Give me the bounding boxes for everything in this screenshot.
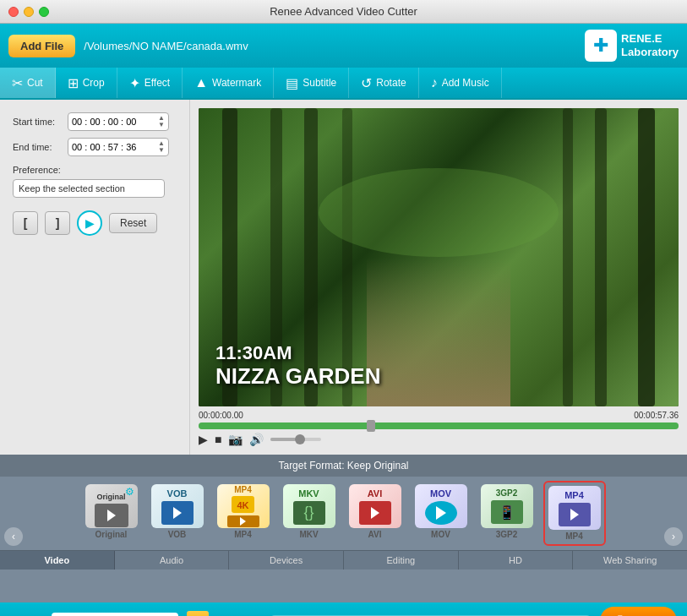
start-time-field[interactable] (72, 117, 156, 127)
cat-web-sharing-label: Web Sharing (603, 555, 657, 565)
logo-text: RENE.E Laboratory (621, 32, 679, 58)
player-volume-button[interactable]: 🔊 (249, 433, 264, 446)
preference-label: Preference: (13, 165, 177, 175)
file-path: /Volumes/NO NAME/canada.wmv (84, 40, 576, 52)
player-play-button[interactable]: ▶ (199, 433, 208, 446)
start-time-label: Start time: (13, 117, 68, 127)
header: Add File /Volumes/NO NAME/canada.wmv ✚ R… (0, 24, 687, 68)
scroll-right-button[interactable]: › (664, 527, 683, 546)
add-file-button[interactable]: Add File (8, 35, 75, 57)
format-scroll-wrapper: ‹ ⚙ Original Original (0, 477, 687, 550)
format-vob[interactable]: VOB VOB (148, 481, 207, 546)
format-avi[interactable]: AVI AVI (346, 481, 405, 546)
end-time-field[interactable] (72, 142, 156, 152)
cat-tab-editing[interactable]: Editing (344, 551, 459, 570)
tab-subtitle[interactable]: ▤ Subtitle (274, 68, 349, 98)
cat-devices-label: Devices (270, 555, 303, 565)
end-time-input[interactable]: ▲ ▼ (68, 138, 169, 156)
format-mp4-4k[interactable]: MP4 4K MP4 (214, 481, 273, 546)
cat-video-label: Video (44, 555, 69, 565)
tab-rotate[interactable]: ↺ Rotate (349, 68, 418, 98)
format-mkv-label: MKV (299, 530, 318, 539)
logo: ✚ RENE.E Laboratory (585, 30, 679, 62)
title-bar: Renee Advanced Video Cutter (0, 0, 687, 24)
format-avi-icon: AVI (349, 484, 401, 528)
format-mov-label: MOV (431, 530, 450, 539)
format-mp4sel-label: MP4 (565, 532, 583, 541)
cat-tab-audio[interactable]: Audio (115, 551, 230, 570)
format-mp4-selected[interactable]: MP4 MP4 (543, 481, 606, 546)
end-time-down[interactable]: ▼ (158, 147, 165, 154)
format-items: ⚙ Original Original VOB (30, 481, 657, 546)
logo-icon: ✚ (585, 30, 617, 62)
preference-dropdown[interactable]: Keep the selected section Remove the sel… (19, 183, 150, 194)
timeline-fill (199, 422, 679, 429)
bracket-start-button[interactable]: [ (13, 211, 38, 235)
format-original-icon: ⚙ Original (85, 484, 138, 528)
format-mkv[interactable]: MKV {} MKV (280, 481, 339, 546)
tab-add-music[interactable]: ♪ Add Music (419, 68, 502, 98)
format-original-label: Original (95, 530, 128, 539)
scissors-icon: ✂ (12, 75, 23, 91)
tab-effect[interactable]: ✦ Effect (117, 68, 183, 98)
play-button[interactable]: ▶ (77, 210, 102, 236)
timeline-bar[interactable] (199, 422, 679, 429)
start-button[interactable]: ↻ Start (600, 607, 677, 617)
volume-thumb[interactable] (295, 434, 305, 444)
maximize-button[interactable] (39, 7, 49, 17)
rotate-icon: ↺ (361, 75, 372, 91)
player-snapshot-button[interactable]: 📷 (228, 433, 243, 446)
main-area: Start time: ▲ ▼ End time: ▲ ▼ Preference… (0, 100, 687, 455)
control-buttons: [ ] ▶ Reset (13, 210, 177, 236)
nav-tabs: ✂ Cut ⊞ Crop ✦ Effect ▲ Watermark ▤ Subt… (0, 68, 687, 100)
format-mp4sel-icon: MP4 (548, 486, 601, 530)
reset-button[interactable]: Reset (109, 213, 157, 233)
tab-crop[interactable]: ⊞ Crop (56, 68, 117, 98)
cat-hd-label: HD (509, 555, 522, 565)
cat-audio-label: Audio (160, 555, 183, 565)
preference-select-container[interactable]: Keep the selected section Remove the sel… (13, 179, 165, 198)
chevron-right-icon: › (672, 531, 675, 542)
format-3gp2[interactable]: 3GP2 📱 3GP2 (477, 481, 537, 546)
end-time-label: End time: (13, 142, 68, 152)
volume-slider[interactable] (270, 438, 321, 441)
tab-cut[interactable]: ✂ Cut (0, 68, 56, 98)
volume-fill (270, 438, 296, 441)
player-stop-button[interactable]: ■ (215, 433, 221, 446)
output-folder-button[interactable]: 📁 (187, 611, 209, 616)
format-mov[interactable]: MOV MOV (412, 481, 471, 546)
video-container: 11:30AM NIZZA GARDEN (199, 108, 679, 406)
cat-tab-devices[interactable]: Devices (229, 551, 344, 570)
cat-tab-hd[interactable]: HD (459, 551, 574, 570)
close-button[interactable] (8, 7, 19, 17)
cat-tab-web-sharing[interactable]: Web Sharing (573, 551, 687, 570)
player-controls: ▶ ■ 📷 🔊 (199, 433, 679, 446)
tab-rotate-label: Rotate (376, 77, 406, 89)
format-original[interactable]: ⚙ Original Original (82, 481, 141, 546)
timeline-start-time: 00:00:00.00 (199, 411, 243, 420)
format-vob-label: VOB (168, 530, 187, 539)
tab-watermark-label: Watermark (212, 77, 261, 89)
start-time-down[interactable]: ▼ (158, 122, 165, 128)
timeline-thumb[interactable] (367, 420, 375, 432)
format-avi-label: AVI (368, 530, 382, 539)
minimize-button[interactable] (24, 7, 34, 17)
start-time-input[interactable]: ▲ ▼ (68, 112, 169, 131)
scroll-left-button[interactable]: ‹ (4, 527, 23, 546)
timeline-end-time: 00:00:57.36 (634, 411, 679, 420)
effect-icon: ✦ (129, 75, 140, 91)
output-bar: Output: ▼ 📁 Progress: ↻ Start (0, 602, 687, 616)
bracket-end-button[interactable]: ] (45, 211, 70, 235)
tab-subtitle-label: Subtitle (303, 77, 336, 89)
gear-icon: ⚙ (125, 486, 134, 498)
cat-tab-video[interactable]: Video (0, 551, 115, 570)
tab-crop-label: Crop (83, 77, 105, 89)
format-mp4-icon: MP4 4K (217, 484, 270, 528)
subtitle-icon: ▤ (286, 75, 298, 91)
end-time-row: End time: ▲ ▼ (13, 138, 177, 156)
tab-watermark[interactable]: ▲ Watermark (183, 68, 274, 98)
watermark-icon: ▲ (194, 75, 208, 90)
crop-icon: ⊞ (68, 75, 79, 91)
play-icon: ▶ (85, 216, 95, 230)
target-format-label: Target Format: Keep Original (0, 455, 687, 477)
